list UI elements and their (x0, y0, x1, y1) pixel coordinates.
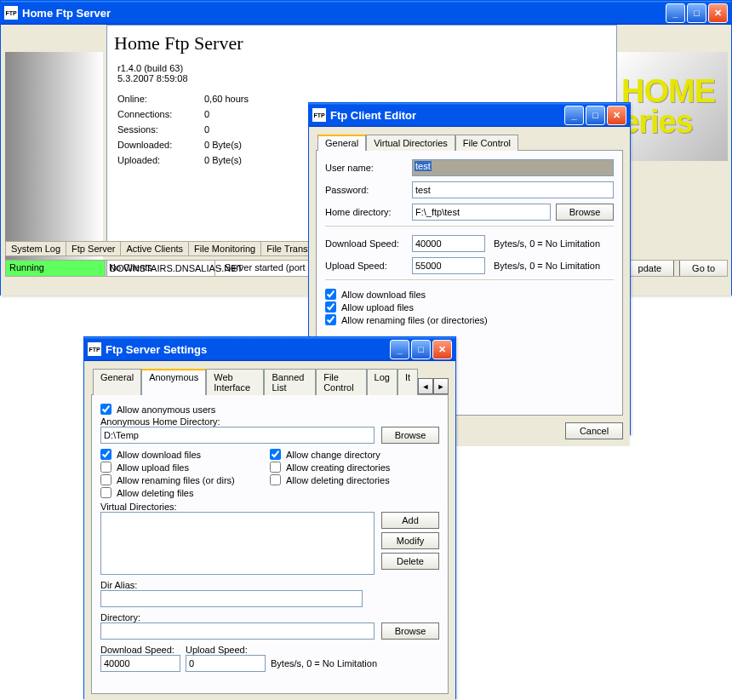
browse-button[interactable]: Browse (556, 204, 614, 221)
tab-ftpserver[interactable]: Ftp Server (66, 241, 121, 256)
allow-delete-dir-checkbox[interactable] (270, 474, 281, 485)
homedir-label: Home directory: (325, 207, 412, 217)
maximize-button[interactable]: □ (411, 340, 431, 359)
dlspeed-input[interactable] (412, 235, 485, 252)
tab-filemonitoring[interactable]: File Monitoring (188, 241, 261, 256)
allow-upload-checkbox[interactable] (325, 301, 336, 313)
maximize-button[interactable]: □ (687, 3, 706, 23)
connections-label: Connections: (117, 109, 204, 119)
bytes-hint: Bytes/s, 0 = No Limitation (494, 238, 600, 249)
maximize-button[interactable]: □ (586, 106, 605, 125)
main-titlebar[interactable]: FTP Home Ftp Server _ □ ✕ (1, 1, 731, 25)
alias-label: Dir Alias: (100, 580, 439, 590)
bytes-hint: Bytes/s, 0 = No Limitation (271, 658, 377, 672)
tab-scroll-left-icon[interactable]: ◄ (418, 378, 433, 394)
settings-titlebar[interactable]: FTP Ftp Server Settings _ □ ✕ (84, 337, 455, 361)
app-icon: FTP (88, 342, 101, 356)
window-title: Home Ftp Server (22, 7, 111, 20)
tab-log[interactable]: Log (367, 369, 397, 395)
dlspeed-label: Download Speed: (100, 645, 180, 655)
minimize-button[interactable]: _ (390, 340, 409, 359)
tab-general[interactable]: General (93, 369, 141, 395)
settings-tabbar: General Anonymous Web Interface Banned L… (91, 368, 418, 394)
cancel-button[interactable]: Cancel (565, 422, 623, 439)
status-running: Running (5, 260, 106, 277)
password-input[interactable] (412, 181, 614, 198)
allow-upload-checkbox[interactable] (100, 462, 112, 473)
password-label: Password: (325, 185, 412, 195)
ulspeed-label: Upload Speed: (325, 261, 412, 271)
logo-graphic: HOMEeries (615, 52, 728, 161)
allow-change-dir-checkbox[interactable] (270, 449, 281, 460)
uploaded-value: 0 Byte(s) (204, 155, 242, 165)
tab-bannedlist[interactable]: Banned List (264, 369, 316, 395)
uploaded-label: Uploaded: (117, 155, 204, 165)
online-value: 0,60 hours (204, 94, 249, 104)
modify-button[interactable]: Modify (381, 532, 439, 549)
tab-filecontrol[interactable]: File Control (316, 369, 366, 395)
tab-activeclients[interactable]: Active Clients (120, 241, 189, 256)
vdir-label: Virtual Directories: (100, 502, 439, 512)
tab-filecontrol[interactable]: File Control (455, 135, 518, 151)
app-icon: FTP (4, 6, 18, 20)
tab-webinterface[interactable]: Web Interface (206, 369, 264, 395)
decorative-gradient (5, 52, 103, 260)
online-label: Online: (117, 94, 204, 104)
tab-anonymous[interactable]: Anonymous (141, 369, 206, 395)
downloaded-value: 0 Byte(s) (204, 140, 242, 150)
anon-home-label: Anonymous Home Directory: (100, 416, 439, 427)
client-window-title: Ftp Client Editor (330, 109, 416, 122)
dlspeed-label: Download Speed: (325, 238, 412, 249)
tab-systemlog[interactable]: System Log (5, 241, 66, 256)
homedir-input[interactable] (412, 204, 551, 221)
allow-anon-checkbox[interactable] (100, 404, 112, 415)
dlspeed-input[interactable] (100, 655, 180, 672)
directory-label: Directory: (100, 612, 439, 623)
minimize-button[interactable]: _ (564, 106, 584, 125)
close-button[interactable]: ✕ (432, 340, 452, 359)
sessions-label: Sessions: (117, 124, 204, 135)
username-input[interactable]: test (415, 161, 432, 171)
anon-home-input[interactable] (100, 427, 375, 444)
ulspeed-input[interactable] (186, 655, 266, 672)
browse-button[interactable]: Browse (381, 623, 439, 640)
status-clients: No Clients (105, 260, 215, 277)
virtual-dirs-list[interactable] (100, 512, 375, 575)
bytes-hint: Bytes/s, 0 = No Limitation (494, 261, 600, 271)
tab-general[interactable]: General (317, 135, 366, 151)
alias-input[interactable] (100, 590, 363, 607)
sessions-value: 0 (204, 124, 209, 135)
version-text: r1.4.0 (build 63) (117, 63, 611, 73)
tab-virtualdirs[interactable]: Virtual Directories (366, 135, 455, 151)
app-icon: FTP (312, 108, 326, 122)
ulspeed-input[interactable] (412, 257, 485, 274)
allow-rename-checkbox[interactable] (325, 314, 336, 325)
server-settings-window: FTP Ftp Server Settings _ □ ✕ General An… (83, 336, 456, 699)
settings-window-title: Ftp Server Settings (106, 343, 207, 356)
allow-download-checkbox[interactable] (100, 449, 112, 460)
allow-download-checkbox[interactable] (325, 289, 336, 300)
add-button[interactable]: Add (381, 512, 439, 529)
downloaded-label: Downloaded: (117, 140, 204, 150)
browse-button[interactable]: Browse (381, 427, 439, 444)
client-tabbar: General Virtual Directories File Control (316, 134, 623, 151)
username-label: User name: (325, 163, 412, 173)
minimize-button[interactable]: _ (666, 3, 685, 23)
tab-more[interactable]: It (397, 369, 418, 395)
allow-rename-checkbox[interactable] (100, 474, 112, 485)
close-button[interactable]: ✕ (607, 106, 626, 125)
client-titlebar[interactable]: FTP Ftp Client Editor _ □ ✕ (309, 103, 630, 127)
connections-value: 0 (204, 109, 209, 119)
allow-create-dir-checkbox[interactable] (270, 462, 281, 473)
page-title: Home Ftp Server (114, 32, 611, 55)
build-time: 5.3.2007 8:59:08 (117, 73, 611, 83)
ulspeed-label: Upload Speed: (186, 645, 266, 655)
tab-scroll-right-icon[interactable]: ► (433, 378, 449, 394)
delete-button[interactable]: Delete (381, 553, 439, 570)
allow-delete-files-checkbox[interactable] (100, 487, 112, 498)
directory-input[interactable] (100, 623, 375, 640)
close-button[interactable]: ✕ (708, 3, 728, 23)
